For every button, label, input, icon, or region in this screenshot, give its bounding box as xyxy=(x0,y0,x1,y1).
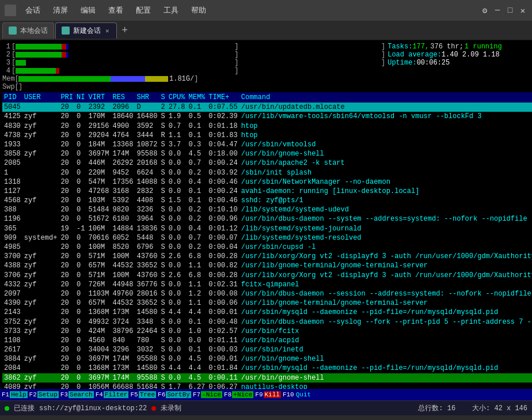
cpu-row-1: 1 [ ] xyxy=(2,43,379,51)
table-row[interactable]: 3752zyf2004993237243348S0.00.10:00.48/us… xyxy=(2,317,532,327)
ssh-info: ssh://zyf@linux-desktop:22 xyxy=(39,404,147,413)
table-row[interactable]: 36519-1106M1488413836S0.00.40:01.12/lib/… xyxy=(2,224,532,233)
process-table: PID USER PRI NI VIRT RES SHR S CPU% MEM%… xyxy=(2,92,532,389)
terminal-area[interactable]: 1 [ ] 2 [ ] 3 xyxy=(0,40,532,389)
fn1-item[interactable]: F1Help xyxy=(1,391,28,398)
table-row[interactable]: 4390zyf200657M4453233652S0.01.10:00.06/u… xyxy=(2,298,532,308)
cpu-row-3: 3 [ ] xyxy=(2,59,379,67)
table-row[interactable]: 2085200446M2629220168S0.00.70:00.24/usr/… xyxy=(2,158,532,168)
table-row[interactable]: 1933200184M1336810872S3.70.30:04.47/usr/… xyxy=(2,140,532,149)
fn3-item[interactable]: F3Search xyxy=(60,391,94,398)
table-row[interactable]: 4568zyf200103M53924408S1.50.10:00.46sshd… xyxy=(2,196,532,205)
menu-edit[interactable]: 编辑 xyxy=(75,3,101,18)
settings-icon[interactable]: ⚙ xyxy=(480,6,489,15)
table-row[interactable]: 909systemd+2007061660525448S0.00.70:00.0… xyxy=(2,233,532,243)
table-row[interactable]: 3733zyf200424M3879622464S0.01.00:02.57/u… xyxy=(2,327,532,336)
cpu-row-4: 4 [ ] xyxy=(2,67,379,75)
fn5-item[interactable]: F5Tree xyxy=(130,391,156,398)
table-row[interactable]: 3700zyf200571M100M43760S2.66.80:00.28/us… xyxy=(2,252,532,261)
status-right: 总行数: 16 大小: 42 x 146 xyxy=(418,403,527,413)
total-val: 16 xyxy=(447,404,455,413)
tab-local-label: 本地会话 xyxy=(20,26,48,36)
proc-header-row: PID USER PRI NI VIRT RES SHR S CPU% MEM%… xyxy=(2,92,532,103)
title-bar: 会话 清屏 编辑 查看 配置 工具 帮助 ⚙ ─ □ ✕ xyxy=(0,0,532,21)
table-row[interactable]: 1318200547M1735614088S0.00.40:00.46/usr/… xyxy=(2,177,532,187)
fn7-item[interactable]: F7-Nice xyxy=(192,391,222,398)
status-bar: 已连接 ssh://zyf@linux-desktop:22 未录制 总行数: … xyxy=(0,400,532,415)
table-row[interactable]: 4830zyf2002915649003592S0.70.10:01.18hto… xyxy=(2,122,532,131)
connected-label: 已连接 xyxy=(14,403,35,413)
menu-bar: 会话 清屏 编辑 查看 配置 工具 帮助 xyxy=(20,3,477,18)
menu-session[interactable]: 会话 xyxy=(20,3,46,18)
fn-key-bar: F1Help F2Setup F3Search F4Filter F5Tree … xyxy=(0,389,532,400)
table-row[interactable]: 11082004560840780S0.00.00:01.11/usr/bin/… xyxy=(2,336,532,345)
tab-local-session[interactable]: 本地会话 xyxy=(2,22,54,39)
table-row[interactable]: 4332zyf200726M4494836776S0.01.10:02.31fc… xyxy=(2,280,532,289)
table-row[interactable]: 26172003400432963032S0.00.10:00.03/usr/s… xyxy=(2,345,532,354)
table-row[interactable]: 3862zyf2003697M174M95588S0.04.50:00.11/u… xyxy=(2,373,532,383)
table-row[interactable]: 4738zyf2002920447643444R1.10.10:01.83hto… xyxy=(2,131,532,140)
table-row[interactable]: 504520023922096D227.80.10:07.55/usr/bin/… xyxy=(2,103,532,112)
tab-icon-local xyxy=(9,27,17,35)
menu-tools[interactable]: 工具 xyxy=(158,3,184,18)
table-row[interactable]: 11272004726831682832S0.00.10:00.24avahi-… xyxy=(2,187,532,196)
app-icon xyxy=(5,5,16,16)
menu-view[interactable]: 查看 xyxy=(102,3,129,18)
size-val: 42 x 146 xyxy=(494,404,527,413)
table-row[interactable]: 4089zyf2001056M6668851684S1.76.270:06.27… xyxy=(2,383,532,389)
table-row[interactable]: 20972001103M4976028016S0.01.20:00.08/usr… xyxy=(2,289,532,298)
connection-status-icon xyxy=(5,406,9,411)
tab-bar: 本地会话 新建会话 ✕ + xyxy=(0,21,532,40)
close-button[interactable]: ✕ xyxy=(518,6,527,15)
fn4-item[interactable]: F4Filter xyxy=(95,391,129,398)
fn8-item[interactable]: F8+Nice xyxy=(223,391,253,398)
cpu-row-2: 2 [ ] xyxy=(2,51,379,59)
fn2-item[interactable]: F2Setup xyxy=(29,391,59,398)
table-row[interactable]: 4125zyf200170M1864016480S1.90.50:02.39/u… xyxy=(2,112,532,121)
htop-info: ] Tasks: 177, 376 thr; 1 running ] Load … xyxy=(381,43,531,91)
table-row[interactable]: 4985200100M85206796S0.00.20:00.04/usr/sb… xyxy=(2,243,532,252)
status-left: 已连接 ssh://zyf@linux-desktop:22 未录制 xyxy=(5,403,181,413)
mem-row: Mem[ 1.81G/ ] xyxy=(2,75,379,83)
menu-help[interactable]: 帮助 xyxy=(185,3,212,18)
table-row[interactable]: 3858zyf2003697M174M95588S0.04.50:18.00/u… xyxy=(2,149,532,158)
table-row[interactable]: 4388zyf200657M4453233652S0.01.10:00.82/u… xyxy=(2,261,532,270)
table-row[interactable]: 1200220M94526624S0.00.20:03.92/sbin/init… xyxy=(2,168,532,177)
size-label: 大小: xyxy=(472,404,490,413)
new-tab-button[interactable]: + xyxy=(118,24,132,37)
minimize-button[interactable]: ─ xyxy=(493,6,502,15)
table-row[interactable]: 21432001368M173M14580S4.44.40:00.01/usr/… xyxy=(2,308,532,317)
table-row[interactable]: 3882005148498203236S0.00.20:10.10/lib/sy… xyxy=(2,205,532,214)
recording-status-icon xyxy=(151,406,156,411)
tab-new-session[interactable]: 新建会话 ✕ xyxy=(55,22,117,39)
fn9-item[interactable]: F9Kill xyxy=(254,391,281,398)
swp-row: Swp[ ] xyxy=(2,83,379,91)
cpu-meters: 1 [ ] 2 [ ] 3 xyxy=(2,43,379,91)
table-row[interactable]: 20842001368M173M14580S4.44.40:01.84/usr/… xyxy=(2,364,532,373)
table-row[interactable]: 3706zyf200571M100M43760S2.66.80:00.28/us… xyxy=(2,271,532,280)
menu-config[interactable]: 配置 xyxy=(130,3,157,18)
maximize-button[interactable]: □ xyxy=(506,6,515,15)
window-controls: ⚙ ─ □ ✕ xyxy=(480,6,527,15)
not-recording-label: 未录制 xyxy=(161,403,181,413)
tab-new-label: 新建会话 xyxy=(73,26,101,36)
table-row[interactable]: 3884zyf2003697M174M95588S0.04.50:00.01/u… xyxy=(2,354,532,364)
tab-close-icon[interactable]: ✕ xyxy=(104,27,111,35)
table-row[interactable]: 11962005167261803964S0.00.20:00.96/usr/b… xyxy=(2,214,532,224)
tab-icon-new xyxy=(62,27,70,35)
fn10-item[interactable]: F10Quit xyxy=(282,391,312,398)
total-label: 总行数: xyxy=(418,404,443,413)
htop-header: 1 [ ] 2 [ ] 3 xyxy=(2,43,531,91)
menu-clear[interactable]: 清屏 xyxy=(47,3,74,18)
fn6-item[interactable]: F6SortBy xyxy=(157,391,191,398)
